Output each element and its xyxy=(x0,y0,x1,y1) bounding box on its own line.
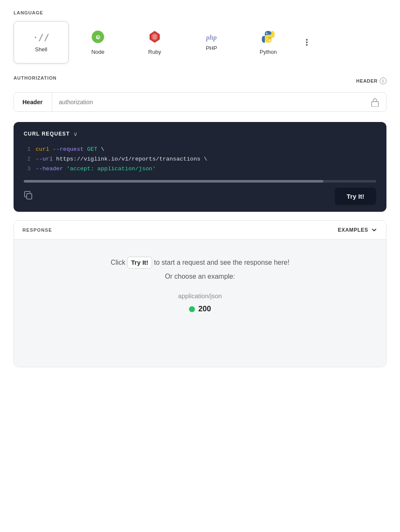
line-num-3: 3 xyxy=(24,165,31,173)
lock-icon xyxy=(364,93,386,111)
prompt-text-1: Click xyxy=(111,259,125,266)
svg-point-6 xyxy=(266,33,267,34)
svg-point-7 xyxy=(269,40,270,41)
response-header: RESPONSE EXAMPLES xyxy=(14,221,386,240)
authorization-input[interactable] xyxy=(52,93,364,111)
code-line-3: 3 --header 'accept: application/json' xyxy=(24,164,376,174)
code-line-2: 2 --url https://viglink.io/v1/reports/tr… xyxy=(24,155,376,164)
code-scrollbar[interactable] xyxy=(24,180,376,183)
example-type: application/json xyxy=(22,292,378,299)
response-label: RESPONSE xyxy=(22,227,52,233)
curl-title: CURL REQUEST xyxy=(24,131,70,137)
python-icon xyxy=(261,30,275,45)
auth-header-row: AUTHORIZATION HEADER i xyxy=(14,75,386,86)
shell-tab-label: Shell xyxy=(35,46,47,53)
authorization-section: AUTHORIZATION HEADER i Header xyxy=(14,75,386,112)
auth-input-row: Header xyxy=(14,92,386,112)
php-tab-label: PHP xyxy=(206,45,217,51)
auth-tab-label: Header xyxy=(14,93,52,111)
code-line-3-text: --header 'accept: application/json' xyxy=(36,164,156,174)
ruby-icon xyxy=(148,30,161,45)
examples-chevron-icon xyxy=(371,227,378,233)
prompt-text-2: to start a request and see the response … xyxy=(154,259,289,266)
status-dot-green xyxy=(189,306,195,312)
svg-rect-8 xyxy=(372,102,378,107)
try-it-button[interactable]: Try It! xyxy=(335,188,376,205)
curl-chevron-icon[interactable]: ∨ xyxy=(73,130,78,137)
ruby-tab-label: Ruby xyxy=(148,49,161,55)
language-section: LANGUAGE ·// Shell ⬡ N Node xyxy=(14,10,386,64)
php-icon: php xyxy=(206,34,217,42)
response-body: Click Try It! to start a request and see… xyxy=(14,240,386,367)
examples-label: EXAMPLES xyxy=(338,227,368,233)
examples-dropdown[interactable]: EXAMPLES xyxy=(338,227,378,233)
shell-icon: ·// xyxy=(33,32,50,43)
lang-tab-ruby[interactable]: Ruby xyxy=(127,21,182,64)
response-section: RESPONSE EXAMPLES Click Try It! to start… xyxy=(14,220,386,367)
curl-request-section: CURL REQUEST ∨ 1 curl --request GET \ 2 … xyxy=(14,122,386,212)
status-code[interactable]: 200 xyxy=(198,305,211,313)
dot1 xyxy=(306,39,308,41)
lang-tab-node[interactable]: ⬡ N Node xyxy=(70,21,125,64)
scrollbar-thumb xyxy=(24,180,323,183)
svg-text:N: N xyxy=(97,36,99,40)
language-tabs: ·// Shell ⬡ N Node Rub xyxy=(14,21,386,64)
svg-rect-9 xyxy=(27,194,32,199)
or-choose-text: Or choose an example: xyxy=(22,273,378,280)
info-icon[interactable]: i xyxy=(380,78,386,84)
lang-tab-python[interactable]: Python xyxy=(241,21,296,64)
language-section-label: LANGUAGE xyxy=(14,10,386,15)
auth-section-label: AUTHORIZATION xyxy=(14,75,57,80)
line-num-2: 2 xyxy=(24,155,31,163)
node-tab-label: Node xyxy=(91,49,104,55)
auth-header-badge: HEADER i xyxy=(356,78,386,84)
code-line-1: 1 curl --request GET \ xyxy=(24,145,376,155)
line-num-1: 1 xyxy=(24,145,31,154)
more-languages-button[interactable] xyxy=(299,35,314,50)
header-badge-text: HEADER xyxy=(356,78,378,83)
response-prompt: Click Try It! to start a request and see… xyxy=(22,257,378,269)
code-line-1-text: curl --request GET \ xyxy=(36,145,104,155)
dot2 xyxy=(306,42,308,43)
lang-tab-php[interactable]: php PHP xyxy=(184,21,239,64)
lang-tab-shell[interactable]: ·// Shell xyxy=(14,21,69,64)
code-line-2-text: --url https://viglink.io/v1/reports/tran… xyxy=(36,155,207,164)
curl-footer: Try It! xyxy=(24,188,376,205)
dot3 xyxy=(306,44,308,46)
status-row: 200 xyxy=(22,305,378,313)
copy-icon[interactable] xyxy=(24,191,33,202)
curl-header: CURL REQUEST ∨ xyxy=(24,130,376,137)
node-icon: ⬡ N xyxy=(91,30,105,45)
code-block: 1 curl --request GET \ 2 --url https://v… xyxy=(24,145,376,174)
try-it-badge: Try It! xyxy=(127,257,152,269)
python-tab-label: Python xyxy=(260,49,277,55)
